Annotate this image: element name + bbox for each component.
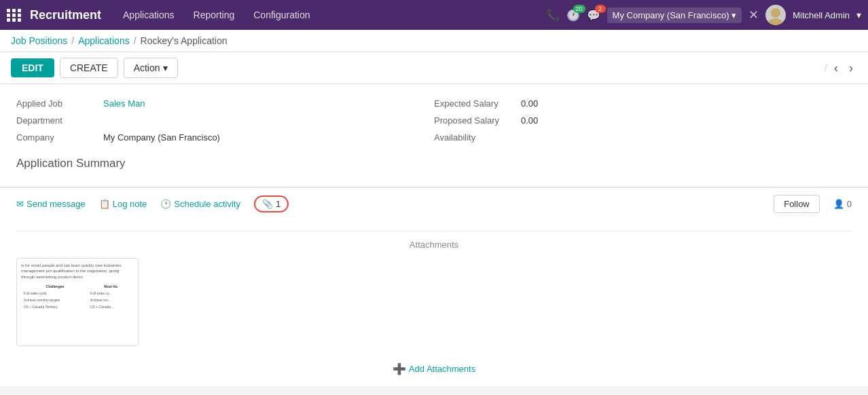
menu-applications[interactable]: Applications: [115, 7, 183, 23]
clock-badge-button[interactable]: 🕐 20: [566, 9, 580, 22]
form-section: Applied Job Sales Man Department Company…: [0, 84, 868, 187]
department-label: Department: [16, 115, 98, 126]
department-row: Department: [16, 112, 434, 129]
expected-salary-label: Expected Salary: [434, 98, 516, 109]
attachment-thumbnail[interactable]: is for smart people and can learn quickl…: [16, 258, 139, 346]
close-icon[interactable]: ✕: [748, 7, 759, 22]
attachments-section: Attachments is for smart people and can …: [0, 220, 868, 386]
attachment-list: is for smart people and can learn quickl…: [16, 258, 852, 346]
edit-button[interactable]: EDIT: [11, 58, 54, 77]
chat-badge-count: 2: [595, 5, 606, 13]
nav-slash: /: [825, 62, 827, 73]
activity-count-button[interactable]: 📎 1: [254, 195, 289, 212]
company-row: Company My Company (San Francisco): [16, 129, 434, 146]
thumb-cell: Achieve mo...: [89, 297, 132, 303]
action-dropdown-icon: ▾: [163, 62, 168, 73]
breadcrumb: Job Positions / Applications / Rockey's …: [0, 30, 868, 52]
action-button[interactable]: Action ▾: [124, 58, 178, 78]
phone-icon[interactable]: 📞: [546, 9, 560, 22]
user-dropdown-icon[interactable]: ▾: [856, 10, 861, 20]
avatar: [765, 5, 786, 25]
company-value[interactable]: My Company (San Francisco): [103, 132, 220, 143]
menu-configuration[interactable]: Configuration: [245, 7, 318, 23]
log-note-button[interactable]: 📋 Log note: [99, 199, 147, 209]
plus-icon: ➕: [393, 362, 406, 375]
menu-reporting[interactable]: Reporting: [185, 7, 243, 23]
thumb-cell: US + Canada...: [89, 304, 132, 309]
message-icon: ✉: [16, 199, 24, 209]
expected-salary-row: Expected Salary 0.00: [434, 95, 852, 112]
thumb-cell: US + Canada Territory: [22, 304, 88, 309]
clock-activity-icon: 🕐: [160, 199, 171, 209]
thumb-text-1: is for smart people and can learn quickl…: [21, 263, 134, 280]
svg-point-0: [771, 8, 780, 18]
proposed-salary-value[interactable]: 0.00: [521, 115, 538, 126]
form-grid: Applied Job Sales Man Department Company…: [16, 95, 852, 146]
app-name: Recruitment: [30, 8, 101, 22]
breadcrumb-applications[interactable]: Applications: [78, 35, 130, 46]
form-right-col: Expected Salary 0.00 Proposed Salary 0.0…: [434, 95, 852, 146]
top-navigation: Recruitment Applications Reporting Confi…: [0, 0, 868, 30]
clock-badge-count: 20: [573, 5, 585, 13]
breadcrumb-current: Rockey's Application: [141, 35, 228, 46]
chatter-bar: ✉ Send message 📋 Log note 🕐 Schedule act…: [0, 187, 868, 220]
applied-job-label: Applied Job: [16, 98, 98, 109]
breadcrumb-sep-2: /: [134, 35, 137, 46]
topnav-right: 📞 🕐 20 💬 2 My Company (San Francisco) ▾ …: [546, 5, 861, 25]
company-selector[interactable]: My Company (San Francisco) ▾: [607, 7, 742, 23]
svg-point-1: [768, 18, 783, 25]
thumb-header-2: Must Ha: [89, 284, 132, 289]
applied-job-value[interactable]: Sales Man: [103, 98, 145, 109]
add-attachments-button[interactable]: ➕ Add Attachments: [393, 362, 475, 375]
follower-count: 👤 0: [833, 199, 852, 209]
add-attachments-area: ➕ Add Attachments: [16, 357, 852, 375]
thumb-cell: Achieve monthly targets: [22, 297, 88, 303]
thumb-header-1: Challenges: [22, 284, 88, 289]
availability-label: Availability: [434, 132, 516, 143]
main-form: Applied Job Sales Man Department Company…: [0, 84, 868, 187]
breadcrumb-sep-1: /: [71, 35, 74, 46]
toolbar: EDIT CREATE Action ▾ / ‹ ›: [0, 52, 868, 84]
application-summary-title: Application Summary: [16, 157, 852, 170]
app-logo[interactable]: Recruitment: [7, 8, 101, 22]
applied-job-row: Applied Job Sales Man: [16, 95, 434, 112]
proposed-salary-row: Proposed Salary 0.00: [434, 112, 852, 129]
create-button[interactable]: CREATE: [60, 58, 118, 78]
expected-salary-value[interactable]: 0.00: [521, 98, 538, 109]
top-menu: Applications Reporting Configuration: [115, 7, 539, 23]
activity-count: 1: [276, 199, 281, 209]
chat-badge-button[interactable]: 💬 2: [587, 9, 600, 22]
proposed-salary-label: Proposed Salary: [434, 115, 516, 126]
follow-button[interactable]: Follow: [774, 195, 820, 213]
prev-record-button[interactable]: ‹: [830, 60, 842, 77]
next-record-button[interactable]: ›: [845, 60, 857, 77]
user-name[interactable]: Mitchell Admin: [793, 10, 850, 20]
thumb-cell: Full sales cycle: [22, 290, 88, 296]
thumb-cell: Full sales cy...: [89, 290, 132, 296]
schedule-activity-button[interactable]: 🕐 Schedule activity: [160, 199, 240, 209]
breadcrumb-job-positions[interactable]: Job Positions: [11, 35, 67, 46]
person-icon: 👤: [833, 199, 844, 209]
grid-icon: [7, 9, 22, 22]
paperclip-icon: 📎: [262, 199, 273, 209]
log-icon: 📋: [99, 199, 110, 209]
availability-row: Availability: [434, 129, 852, 146]
send-message-button[interactable]: ✉ Send message: [16, 199, 86, 209]
form-left-col: Applied Job Sales Man Department Company…: [16, 95, 434, 146]
attachments-title: Attachments: [16, 231, 852, 250]
company-label: Company: [16, 132, 98, 143]
record-navigation: / ‹ ›: [825, 60, 857, 77]
thumb-table: Challenges Must Ha Full sales cycle Full…: [21, 282, 134, 311]
